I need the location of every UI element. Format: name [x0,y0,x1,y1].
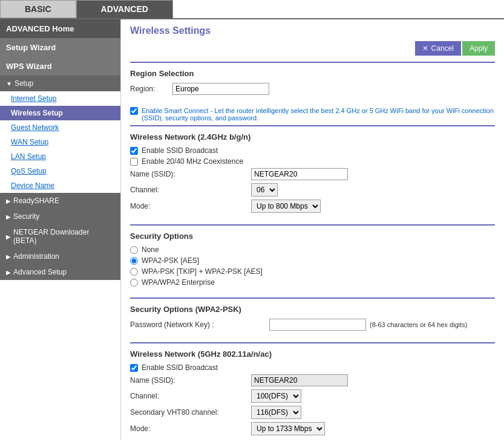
smart-connect-text: Enable Smart Connect - Let the router in… [142,107,495,122]
top-tabs: BASIC ADVANCED [0,0,504,19]
netgear-downloader-arrow-icon: ▶ [6,233,11,240]
secondary-vht80-select[interactable]: 116(DFS) 36404448 [251,406,301,419]
channel-label-5g: Channel: [130,392,251,400]
sidebar-item-device-name[interactable]: Device Name [0,178,120,193]
readyshare-label: ReadySHARE [13,197,59,205]
security-wpa-tkip-row: WPA-PSK [TKIP] + WPA2-PSK [AES] [130,267,495,276]
mode-label-24: Mode: [130,202,251,210]
region-input[interactable] [172,83,269,95]
ssid-name-row-24: Name (SSID): [130,168,495,180]
region-title: Region Selection [130,69,495,78]
mode-select-24[interactable]: Up to 54 Mbps Up to 130 Mbps Up to 300 M… [251,200,321,213]
advanced-setup-label: Advanced Setup [13,268,67,276]
channel-select-5g[interactable]: 100(DFS) 36404448 149153157161 [251,389,301,403]
region-section: Region Selection Region: [130,62,495,105]
security-none-label: None [142,245,159,254]
channel-select-24[interactable]: 06 01020304 05070809 1011 [251,183,278,197]
cancel-button[interactable]: ✕ Cancel [415,41,461,56]
channel-row-24: Channel: 06 01020304 05070809 1011 [130,183,495,197]
sidebar-section-advanced-setup[interactable]: ▶ Advanced Setup [0,264,120,280]
sidebar-item-qos-setup[interactable]: QoS Setup [0,164,120,178]
enable-2040-checkbox[interactable] [130,158,138,166]
security-wpa2-aes-radio[interactable] [130,257,138,265]
administration-label: Administration [13,252,59,261]
secondary-vht80-row: Secondary VHT80 channel: 116(DFS) 364044… [130,406,495,419]
readyshare-arrow-icon: ▶ [6,198,11,204]
password-hint: (8-63 characters or 64 hex digits) [370,321,467,328]
smart-connect-checkbox[interactable] [130,107,138,115]
sidebar-section-setup[interactable]: ▼ Setup [0,76,120,91]
password-input[interactable] [269,319,366,331]
sidebar-setup-wizard[interactable]: Setup Wizard [0,38,120,57]
enable-2040-row: Enable 20/40 MHz Coexistence [130,157,495,166]
ssid-name-label-24: Name (SSID): [130,170,251,178]
enable-ssid-checkbox-5g[interactable] [130,364,138,372]
advanced-setup-arrow-icon: ▶ [6,269,11,276]
security-arrow-icon: ▶ [6,213,11,220]
wireless-5g-title: Wireless Network (5GHz 802.11a/n/ac) [130,349,495,359]
enable-ssid-row-5g: Enable SSID Broadcast [130,363,495,372]
security-none-radio[interactable] [130,246,138,254]
sidebar-item-internet-setup[interactable]: Internet Setup [0,91,120,106]
sidebar-wps-wizard[interactable]: WPS Wizard [0,57,120,76]
sidebar-section-netgear-downloader[interactable]: ▶ NETGEAR Downloader (BETA) [0,224,120,249]
apply-button[interactable]: Apply [462,41,495,56]
ssid-name-input-24[interactable] [251,168,348,180]
sidebar-item-guest-network[interactable]: Guest Network [0,120,120,135]
netgear-downloader-label: NETGEAR Downloader (BETA) [13,228,114,245]
channel-row-5g: Channel: 100(DFS) 36404448 149153157161 [130,389,495,403]
ssid-name-label-5g: Name (SSID): [130,376,251,385]
action-bar: ✕ Cancel Apply [130,41,495,56]
sidebar-section-security[interactable]: ▶ Security [0,209,120,224]
sidebar: ADVANCED Home Setup Wizard WPS Wizard ▼ … [0,19,121,440]
sidebar-item-lan-setup[interactable]: LAN Setup [0,149,120,164]
tab-advanced[interactable]: ADVANCED [76,0,173,18]
password-row: Password (Network Key) : (8-63 character… [130,319,495,331]
security-options-title: Security Options [130,232,495,241]
cancel-x-icon: ✕ [422,44,428,53]
setup-arrow-icon: ▼ [6,80,12,87]
security-wpa-enterprise-label: WPA/WPA2 Enterprise [142,278,215,287]
sidebar-advanced-home[interactable]: ADVANCED Home [0,19,120,38]
enable-ssid-label-24: Enable SSID Broadcast [142,146,218,155]
channel-label-24: Channel: [130,186,251,194]
enable-ssid-label-5g: Enable SSID Broadcast [142,363,218,372]
security-wpa-tkip-radio[interactable] [130,268,138,276]
page-title: Wireless Settings [130,25,495,36]
sidebar-item-wan-setup[interactable]: WAN Setup [0,135,120,149]
enable-ssid-row-24: Enable SSID Broadcast [130,146,495,155]
security-none-row: None [130,245,495,254]
ssid-name-row-5g: Name (SSID): [130,374,495,386]
security-wpa2-aes-row: WPA2-PSK [AES] [130,256,495,265]
administration-arrow-icon: ▶ [6,253,11,260]
security-wpa2-section: Security Options (WPA2-PSK) Password (Ne… [130,297,495,340]
security-wpa-enterprise-row: WPA/WPA2 Enterprise [130,278,495,287]
wireless-5g-section: Wireless Network (5GHz 802.11a/n/ac) Ena… [130,342,495,440]
secondary-vht80-label: Secondary VHT80 channel: [130,408,251,417]
region-row: Region: [130,83,495,95]
sidebar-item-wireless-setup[interactable]: Wireless Setup [0,106,120,120]
wireless-24-title: Wireless Network (2.4GHz b/g/n) [130,132,495,141]
enable-ssid-checkbox-24[interactable] [130,147,138,155]
sidebar-section-readyshare[interactable]: ▶ ReadySHARE [0,193,120,209]
security-wpa2-title: Security Options (WPA2-PSK) [130,305,495,314]
password-label: Password (Network Key) : [130,320,269,329]
mode-row-24: Mode: Up to 54 Mbps Up to 130 Mbps Up to… [130,200,495,213]
security-wpa-tkip-label: WPA-PSK [TKIP] + WPA2-PSK [AES] [142,267,263,276]
enable-2040-label: Enable 20/40 MHz Coexistence [142,157,243,166]
security-wpa2-aes-label: WPA2-PSK [AES] [142,256,199,265]
tab-basic[interactable]: BASIC [0,0,76,18]
mode-label-5g: Mode: [130,424,251,433]
setup-section-label: Setup [15,79,33,88]
mode-row-5g: Mode: Up to 54 Mbps Up to 300 Mbps Up to… [130,422,495,435]
mode-select-5g[interactable]: Up to 54 Mbps Up to 300 Mbps Up to 1733 … [251,422,325,435]
ssid-name-input-5g[interactable] [251,374,348,386]
security-options-section: Security Options None WPA2-PSK [AES] WPA… [130,224,495,295]
security-label: Security [13,212,39,221]
sidebar-section-administration[interactable]: ▶ Administration [0,249,120,264]
security-wpa-enterprise-radio[interactable] [130,279,138,287]
main-content: Wireless Settings ✕ Cancel Apply Region … [121,19,504,440]
wireless-24-section: Wireless Network (2.4GHz b/g/n) Enable S… [130,125,495,222]
region-label: Region: [130,85,172,93]
main-layout: ADVANCED Home Setup Wizard WPS Wizard ▼ … [0,19,504,440]
